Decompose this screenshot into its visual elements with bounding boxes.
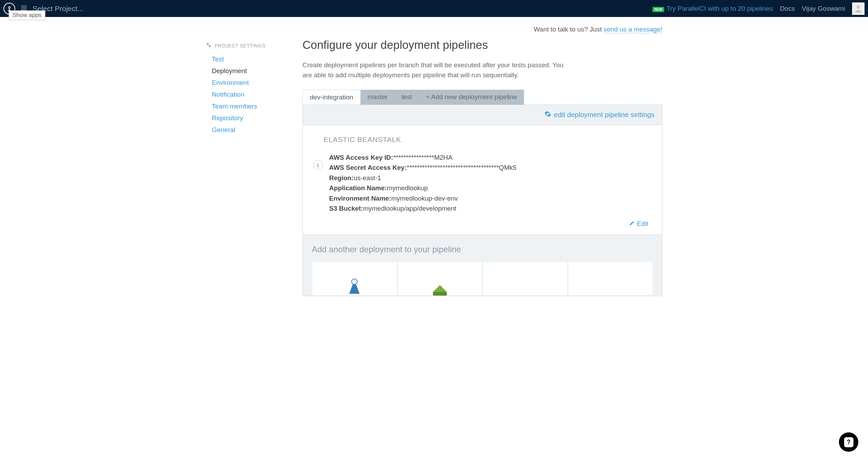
provider-option-1[interactable]: [312, 261, 397, 296]
gears-icon: [206, 42, 212, 49]
svg-point-0: [9, 7, 10, 8]
sidebar-item-test[interactable]: Test: [206, 53, 289, 65]
docs-link[interactable]: Docs: [780, 5, 795, 12]
field-value: ************************************QMk5: [407, 164, 516, 171]
pipeline-tabs: dev-integration master test + Add new de…: [302, 90, 662, 105]
page-title: Configure your deployment pipelines: [302, 38, 662, 52]
gear-icon: [544, 111, 551, 119]
sidebar-header: PROJECT SETTINGS: [206, 42, 289, 49]
field-value: mymedlookup: [387, 184, 428, 192]
topbar-left: Select Project...: [3, 3, 652, 15]
edit-text: Edit: [637, 220, 648, 228]
tab-dev-integration[interactable]: dev-integration: [302, 90, 361, 105]
field-key: AWS Access Key ID:: [329, 154, 393, 161]
field-value: ****************M2HA: [393, 154, 452, 161]
sidebar-item-repository[interactable]: Repository: [206, 112, 289, 124]
message-bar: Want to talk to us? Just send us a messa…: [206, 17, 662, 38]
provider-option-4[interactable]: [568, 261, 653, 296]
pencil-icon: [629, 220, 635, 228]
field-key: AWS Secret Access Key:: [329, 164, 407, 171]
field-key: Application Name:: [329, 184, 387, 192]
field-value: mymedlookup/app/development: [363, 205, 456, 212]
provider-option-2[interactable]: [397, 261, 483, 296]
provider-option-3[interactable]: [482, 261, 568, 296]
svg-point-8: [209, 46, 210, 46]
svg-point-7: [207, 44, 208, 44]
hamburger-tooltip: Show apps: [9, 10, 45, 20]
sidebar: PROJECT SETTINGS Test Deployment Environ…: [206, 38, 289, 296]
edit-settings-text: edit deployment pipeline settings: [554, 111, 654, 119]
edit-pipeline-settings-link[interactable]: edit deployment pipeline settings: [544, 111, 654, 119]
sidebar-item-team-members[interactable]: Team members: [206, 100, 289, 112]
sidebar-item-environment[interactable]: Environment: [206, 77, 289, 89]
sidebar-heading-text: PROJECT SETTINGS: [215, 43, 265, 49]
provider-grid: [303, 258, 662, 296]
avatar[interactable]: [852, 2, 865, 15]
page-description: Create deployment pipelines per branch t…: [302, 60, 566, 80]
field-key: Environment Name:: [329, 195, 391, 202]
svg-point-9: [352, 279, 357, 284]
promo-link[interactable]: NEW Try ParallelCI with up to 20 pipelin…: [652, 5, 773, 12]
tab-add-new[interactable]: + Add new deployment pipeline: [419, 90, 524, 105]
send-message-link[interactable]: send us a message!: [604, 26, 662, 33]
deployment-fields: AWS Access Key ID:****************M2HA A…: [329, 152, 516, 214]
topbar-right: NEW Try ParallelCI with up to 20 pipelin…: [652, 2, 865, 15]
new-badge: NEW: [652, 7, 664, 12]
deployment-title: ELASTIC BEANSTALK: [324, 135, 648, 144]
promo-link-text[interactable]: Try ParallelCI with up to 20 pipelines: [667, 5, 773, 12]
message-prefix: Want to talk to us? Just: [534, 26, 604, 33]
tab-master[interactable]: master: [361, 90, 395, 105]
step-number: 1: [313, 160, 323, 170]
sidebar-item-general[interactable]: General: [206, 124, 289, 136]
field-value: mymedlookup-dev-env: [391, 195, 458, 202]
add-another-heading: Add another deployment to your pipeline: [303, 235, 662, 258]
svg-point-4: [857, 5, 860, 8]
field-key: Region:: [329, 174, 354, 182]
main-content: Configure your deployment pipelines Crea…: [302, 38, 662, 296]
panel-header: edit deployment pipeline settings: [303, 105, 662, 125]
sidebar-item-notification[interactable]: Notification: [206, 89, 289, 100]
pipeline-panel: edit deployment pipeline settings ELASTI…: [302, 105, 662, 296]
deployment-card: ELASTIC BEANSTALK 1 AWS Access Key ID:**…: [303, 125, 662, 235]
username-label[interactable]: Vijay Goswami: [802, 5, 845, 12]
topbar: Select Project... NEW Try ParallelCI wit…: [0, 0, 868, 17]
field-value: us-east-1: [354, 174, 381, 182]
tab-test[interactable]: test: [395, 90, 419, 105]
sidebar-item-deployment[interactable]: Deployment: [206, 65, 289, 77]
edit-deployment-link[interactable]: Edit: [629, 220, 648, 228]
field-key: S3 Bucket:: [329, 205, 363, 212]
